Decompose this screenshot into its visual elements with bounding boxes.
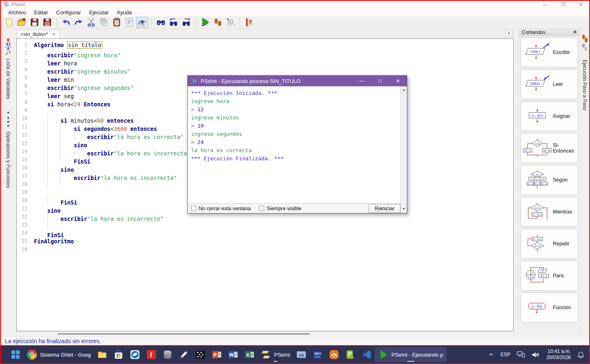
command-repetir[interactable]: N←N+1N>10Repetir <box>520 229 578 259</box>
save-file-button[interactable] <box>29 17 40 28</box>
paste-button[interactable] <box>111 17 123 28</box>
left-tab-label: Lista de Variables <box>5 58 11 99</box>
line-number: 3 <box>17 57 34 65</box>
cut-button[interactable] <box>85 17 97 28</box>
commands-panel: Comandos ✕ 'Hola !'EscribirDato1LeerA←B+… <box>518 29 580 337</box>
taskbar-start-button[interactable] <box>7 347 24 362</box>
network-icon[interactable] <box>517 351 525 358</box>
format-doc-button[interactable] <box>123 17 135 28</box>
svg-text:'Hola !': 'Hola !' <box>530 49 541 54</box>
taskbar-folder-button[interactable] <box>94 347 110 362</box>
command-seg-n[interactable]: dat123N←AN←AN←ASegún <box>520 165 578 195</box>
scroll-down-icon[interactable]: ▼ <box>401 204 407 213</box>
scrollbar-thumb[interactable] <box>58 333 310 335</box>
close-button[interactable]: ✕ <box>579 1 583 8</box>
language-indicator[interactable]: ESP <box>500 352 510 357</box>
taskbar-notepad-button[interactable] <box>342 347 359 362</box>
command-label: Escribir <box>553 49 570 55</box>
taskbar-database-button[interactable] <box>159 347 176 362</box>
para-glyph-icon: 1NBA[i]←B <box>523 266 552 285</box>
svg-text:C++: C++ <box>315 355 321 358</box>
find-next-button[interactable] <box>180 17 192 28</box>
command-mientras[interactable]: N<10N←N+1Mientras <box>520 197 578 227</box>
command-asignar[interactable]: A←B+iAsignar <box>520 101 578 131</box>
run-step-button[interactable] <box>212 17 224 28</box>
siempre-visible-checkbox[interactable]: Siempre visible <box>259 206 301 211</box>
command-si-entonces[interactable]: A>BM←AM←BSi-Entonces <box>520 133 578 163</box>
console-output[interactable]: *** Ejecución Iniciada. ***ingrese hora>… <box>188 86 400 203</box>
taskbar-ms-store-button[interactable] <box>110 347 127 362</box>
left-tab-lista-de-variables[interactable]: ₩42'A'¿?Lista de Variables <box>4 38 12 99</box>
draw-flowchart-button[interactable] <box>224 17 236 28</box>
menu-item-ayuda[interactable]: Ayuda <box>113 9 136 16</box>
taskbar-xampp-button[interactable] <box>326 347 342 362</box>
tab-sin-titulo[interactable]: <sin_titulo>* ✕ <box>17 30 60 38</box>
tab-list-dropdown[interactable]: ▼ <box>505 30 513 37</box>
menu-item-archivo[interactable]: Archivo <box>4 9 30 16</box>
notifications-bell-icon[interactable] <box>577 351 584 358</box>
svg-text:N←N+1: N←N+1 <box>533 238 542 240</box>
console-line: > 10 <box>191 122 397 130</box>
open-file-button[interactable] <box>16 17 28 28</box>
menu-item-configurar[interactable]: Configurar <box>52 9 85 16</box>
taskbar-chrome-button[interactable]: Sistema GNet - Goog <box>24 347 94 362</box>
undo-button[interactable] <box>60 17 72 28</box>
no-cerrar-checkbox[interactable]: No cerrar esta ventana <box>191 206 251 211</box>
clock[interactable]: 10:41 a.m.20/03/2026 <box>546 348 571 361</box>
find-button[interactable] <box>155 17 167 28</box>
taskbar-pattern-button[interactable] <box>192 347 209 362</box>
taskbar-vscode-button[interactable] <box>359 347 375 362</box>
help-button[interactable]: ? <box>243 17 255 28</box>
new-file-button[interactable] <box>3 17 15 28</box>
command-para[interactable]: 1NBA[i]←BPara <box>520 261 578 291</box>
taskbar-run-green-button[interactable]: PSeInt - Ejecutando p <box>375 347 446 362</box>
left-tab-operadores-y-funciones[interactable]: *+=<Operadores y Funciones <box>5 112 11 188</box>
dialog-minimize-button[interactable]: — <box>353 76 371 86</box>
command-funci-n[interactable]: y←f(x)Función <box>520 292 578 323</box>
pattern-icon <box>195 350 205 360</box>
step-execution-strip[interactable]: Ejecución Paso a Paso <box>580 29 589 337</box>
console-scrollbar[interactable]: ▲ ▼ <box>400 86 407 213</box>
maximize-button[interactable]: ❐ <box>561 1 565 8</box>
minimize-button[interactable]: — <box>543 1 547 8</box>
dialog-maximize-button[interactable]: □ <box>371 76 389 86</box>
volume-muted-icon[interactable] <box>532 352 540 358</box>
horizontal-scrollbar[interactable] <box>16 332 514 336</box>
console-input-value: 24 <box>197 139 204 145</box>
scroll-up-icon[interactable]: ▲ <box>401 86 407 93</box>
execution-dialog-titlebar[interactable]: PSeInt - Ejecutando proceso SIN_TITULO —… <box>188 76 407 86</box>
command-leer[interactable]: Dato1Leer <box>520 69 578 99</box>
command-label: Según <box>553 177 568 183</box>
taskbar-devcpp-button[interactable]: DEVC++ <box>310 347 326 362</box>
line-number: 13 <box>17 139 34 147</box>
commands-close-icon[interactable]: ✕ <box>573 29 577 35</box>
run-green-icon <box>378 350 388 360</box>
taskbar-pencil-button[interactable] <box>176 347 192 362</box>
taskbar-vb-button[interactable]: VB <box>293 347 310 362</box>
taskbar-excel-button[interactable]: X <box>241 347 258 362</box>
code-line: 24FinSi <box>17 229 513 237</box>
save-as-button[interactable] <box>41 17 53 28</box>
run-button[interactable] <box>199 17 211 28</box>
syntax-check-button[interactable] <box>136 17 148 28</box>
dialog-close-button[interactable]: ✕ <box>389 76 407 86</box>
checkbox-icon[interactable] <box>191 206 196 211</box>
command-label: Mientras <box>553 209 572 215</box>
taskbar-blue-app-button[interactable] <box>127 347 143 362</box>
copy-button[interactable] <box>98 17 110 28</box>
checkbox-icon[interactable] <box>259 206 264 211</box>
taskbar-word-button[interactable]: W <box>225 347 241 362</box>
menu-item-editar[interactable]: Editar <box>30 9 52 16</box>
tray-chevron-up-icon[interactable] <box>488 352 494 357</box>
taskbar-red-f-button[interactable]: f <box>143 347 159 362</box>
command-escribir[interactable]: 'Hola !'Escribir <box>520 37 578 67</box>
find-prev-button[interactable] <box>168 17 179 28</box>
find-prev-icon <box>169 18 178 27</box>
toolbar-separator <box>195 18 196 27</box>
redo-button[interactable] <box>73 17 85 28</box>
taskbar-powerpoint-button[interactable]: P <box>209 347 225 362</box>
restart-button[interactable]: Reiniciar <box>369 204 400 213</box>
tab-close-icon[interactable]: ✕ <box>52 32 56 37</box>
menu-item-ejecutar[interactable]: Ejecutar <box>85 9 113 16</box>
taskbar-pseint-button[interactable]: PSeInt <box>258 347 293 362</box>
